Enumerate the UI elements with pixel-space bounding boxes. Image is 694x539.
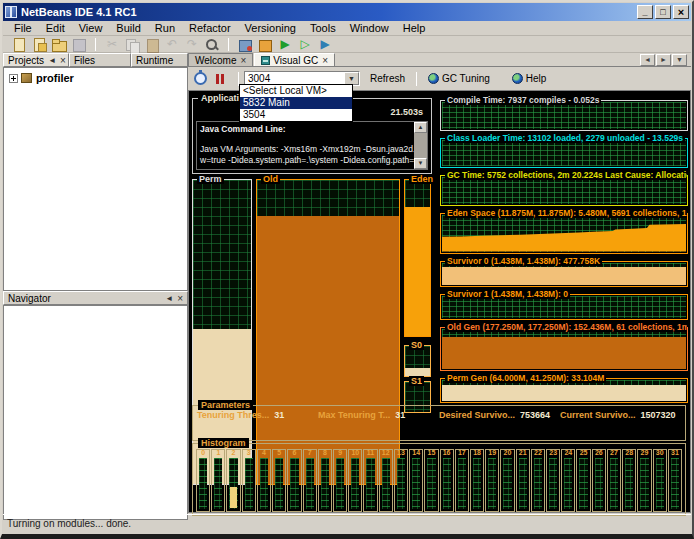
tab-scroll-right-button[interactable]	[656, 54, 671, 66]
netbeans-logo-icon	[5, 6, 17, 18]
tab-projects[interactable]: Projects	[3, 53, 69, 67]
run-project-icon[interactable]: ▶	[277, 37, 293, 52]
vm-args-line2: w=true -Didea.system.path=.\system -Dide…	[200, 155, 411, 166]
tree-item-profiler[interactable]: profiler	[6, 72, 185, 84]
eden-fill	[405, 207, 430, 336]
main-toolbar: ✂↶↷▶▷▶	[3, 36, 691, 53]
tab-welcome[interactable]: Welcome	[188, 53, 253, 66]
menu-run[interactable]: Run	[148, 22, 182, 34]
histogram-bin-label: 16	[441, 449, 453, 457]
vm-dropdown-item[interactable]: 5832 Main	[240, 97, 352, 109]
close-icon[interactable]	[60, 55, 66, 66]
histogram-bin-5: 5	[272, 449, 286, 512]
graph-title: Eden Space (11.875M, 11.875M): 5.480M, 5…	[445, 208, 687, 218]
maximize-button[interactable]	[655, 5, 671, 19]
histogram-bin-grid	[625, 458, 633, 509]
run-file-icon[interactable]: ▷	[297, 37, 313, 52]
histogram-bin-label: 11	[364, 449, 376, 457]
new-project-icon[interactable]	[31, 37, 47, 52]
menu-view[interactable]: View	[72, 22, 110, 34]
histogram-bin-label: 17	[456, 449, 468, 457]
histogram-bin-label: 5	[273, 449, 285, 457]
tab-files[interactable]: Files	[69, 53, 131, 67]
tab-runtime[interactable]: Runtime	[131, 53, 188, 67]
undo-icon[interactable]: ↶	[164, 37, 180, 52]
copy-icon[interactable]	[124, 37, 140, 52]
new-file-icon[interactable]	[11, 37, 27, 52]
close-icon[interactable]	[241, 55, 247, 66]
histogram-bin-31: 31	[668, 449, 682, 512]
graph-grid	[442, 329, 686, 369]
histogram-bin-grid	[412, 458, 420, 509]
redo-icon[interactable]: ↷	[184, 37, 200, 52]
histogram-bin-label: 15	[425, 449, 437, 457]
survivor0-graph: Survivor 0 (1.438M, 1.438M): 477.758K	[440, 261, 688, 287]
menu-file[interactable]: File	[7, 22, 39, 34]
menu-tools[interactable]: Tools	[303, 22, 343, 34]
gc-time-graph: GC Time: 5752 collections, 2m 20.224s La…	[440, 175, 688, 206]
refresh-button[interactable]: Refresh	[364, 71, 411, 86]
histogram-bin-label: 26	[593, 449, 605, 457]
menu-versioning[interactable]: Versioning	[238, 22, 303, 34]
histogram-bin-grid	[640, 458, 648, 509]
close-icon[interactable]	[177, 293, 183, 304]
histogram-bin-label: 12	[380, 449, 392, 457]
histogram-bin-grid	[610, 458, 618, 509]
open-project-icon[interactable]	[51, 37, 67, 52]
scrollbar[interactable]	[414, 122, 427, 169]
graph-grid	[442, 102, 686, 129]
help-button[interactable]: Help	[506, 71, 553, 86]
menu-refactor[interactable]: Refactor	[182, 22, 238, 34]
menu-build[interactable]: Build	[109, 22, 147, 34]
histogram-bin-grid	[306, 458, 314, 509]
window-title: NetBeans IDE 4.1 RC1	[21, 6, 635, 18]
histogram-bin-label: 10	[349, 449, 361, 457]
histogram-bin-7: 7	[303, 449, 317, 512]
gc-tuning-button[interactable]: GC Tuning	[422, 71, 496, 86]
histogram-bin-3: 3	[242, 449, 256, 512]
expand-icon[interactable]	[9, 74, 18, 83]
parameter-label: Max Tenuring T...	[318, 410, 390, 420]
close-button[interactable]	[673, 5, 689, 19]
menu-help[interactable]: Help	[396, 22, 433, 34]
parameter-value: 1507320	[641, 410, 676, 420]
tab-scroll-left-button[interactable]	[640, 54, 655, 66]
parameter: Max Tenuring T...31	[318, 410, 439, 438]
menu-edit[interactable]: Edit	[39, 22, 72, 34]
clean-build-project-icon[interactable]	[257, 37, 273, 52]
pause-icon[interactable]	[215, 73, 225, 85]
project-icon	[21, 73, 32, 83]
navigator-header[interactable]: Navigator	[3, 291, 188, 305]
graph-grid	[442, 380, 686, 401]
histogram-bin-4: 4	[257, 449, 271, 512]
histogram-bin-grid	[473, 458, 481, 509]
menu-window[interactable]: Window	[343, 22, 396, 34]
timer-icon[interactable]	[194, 72, 207, 85]
tab-list-dropdown-button[interactable]	[672, 54, 687, 66]
tab-row: Projects Files Runtime Welcome Visual GC	[3, 53, 691, 67]
scroll-down-icon[interactable]	[414, 158, 427, 169]
minimize-button[interactable]	[637, 5, 653, 19]
histogram-bin-label: 27	[608, 449, 620, 457]
graph-grid	[442, 263, 686, 285]
application-uptime: 21.503s	[390, 107, 423, 117]
vm-dropdown-item[interactable]: 3504	[240, 109, 352, 121]
pin-icon[interactable]	[165, 294, 173, 303]
vm-dropdown-item[interactable]: <Select Local VM>	[240, 85, 352, 97]
histogram-bin-8: 8	[318, 449, 332, 512]
cut-icon[interactable]: ✂	[104, 37, 120, 52]
pin-icon[interactable]	[48, 56, 56, 65]
scroll-up-icon[interactable]	[414, 122, 427, 133]
java-command-line-text: Java Command Line: Java VM Arguments: -X…	[197, 122, 414, 169]
save-all-icon[interactable]	[71, 37, 87, 52]
histogram-title: Histogram	[198, 438, 249, 448]
debug-project-icon[interactable]: ▶	[317, 37, 333, 52]
paste-icon[interactable]	[144, 37, 160, 52]
old-gen-graph: Old Gen (177.250M, 177.250M): 152.436M, …	[440, 327, 688, 371]
tab-visual-gc[interactable]: Visual GC	[254, 53, 335, 66]
vm-dropdown-list: <Select Local VM>5832 Main3504	[239, 84, 353, 122]
find-icon[interactable]	[204, 37, 220, 52]
histogram-bin-label: 23	[547, 449, 559, 457]
close-icon[interactable]	[322, 55, 328, 66]
build-project-icon[interactable]	[237, 37, 253, 52]
